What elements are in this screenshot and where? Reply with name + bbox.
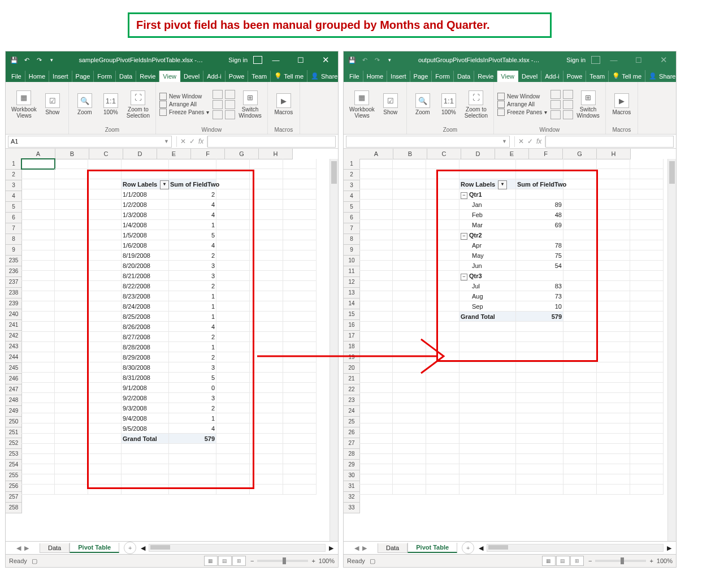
tab-data[interactable]: Data (116, 71, 136, 82)
page-break-icon[interactable]: ⊞ (570, 556, 584, 566)
arrange-all-button[interactable]: Arrange All (497, 101, 535, 108)
sheet-tab-data[interactable]: Data (40, 543, 70, 553)
zoom-percent[interactable]: 100% (319, 557, 335, 564)
new-window-button[interactable]: New Window (497, 93, 540, 100)
column-headers[interactable]: ABCDEFGH (359, 149, 631, 159)
page-layout-icon[interactable]: ▤ (556, 556, 570, 566)
cancel-fx-icon[interactable]: ✕ (180, 137, 186, 145)
filter-icon[interactable]: ▾ (160, 180, 169, 189)
macros-button[interactable]: ▶Macros (609, 92, 634, 116)
tab-developer[interactable]: Devel (180, 71, 203, 82)
split-icon[interactable] (213, 90, 223, 99)
add-sheet-button[interactable]: + (124, 542, 136, 554)
tab-formulas[interactable]: Form (432, 71, 454, 82)
tab-review[interactable]: Revie (136, 71, 159, 82)
collapse-icon[interactable]: − (461, 192, 467, 199)
side-by-side-icon[interactable] (563, 90, 573, 99)
hscroll-left-icon[interactable]: ◀ (479, 544, 483, 552)
close-button[interactable]: ✕ (652, 51, 675, 68)
workbook-views-button[interactable]: ▦Workbook Views (9, 89, 39, 120)
zoom-100-button[interactable]: 1:1100% (436, 92, 461, 116)
vertical-scrollbar[interactable] (330, 159, 338, 541)
split-icon[interactable] (550, 90, 561, 99)
fx-icon[interactable]: fx (198, 137, 203, 145)
zoom-button[interactable]: 🔍Zoom (410, 92, 435, 116)
formula-input[interactable] (207, 136, 336, 148)
row-headers[interactable]: 1234567891011121314151617181920212223242… (344, 159, 360, 513)
zoom-in-icon[interactable]: + (649, 557, 653, 564)
tab-developer[interactable]: Devel (518, 71, 541, 82)
collapse-icon[interactable]: − (461, 274, 467, 280)
tell-me[interactable]: 💡 Tell me (271, 70, 307, 82)
zoom-out-icon[interactable]: − (588, 557, 592, 564)
fx-icon[interactable]: fx (536, 137, 541, 145)
cells[interactable]: Row Labels ▾Sum of FieldTwo−Qtr1Jan89Feb… (359, 159, 664, 495)
maximize-button[interactable]: ☐ (289, 51, 312, 68)
workbook-views-button[interactable]: ▦Workbook Views (347, 89, 377, 120)
tab-power[interactable]: Powe (226, 71, 249, 82)
show-button[interactable]: ☑Show (40, 92, 65, 116)
zoom-selection-button[interactable]: ⛶Zoom to Selection (124, 89, 152, 120)
sheet-tab-data[interactable]: Data (378, 543, 407, 553)
reset-pos-icon[interactable] (225, 110, 235, 119)
tell-me[interactable]: 💡 Tell me (609, 70, 645, 82)
tab-view[interactable]: View (497, 71, 518, 82)
chevron-down-icon[interactable]: ▼ (164, 139, 169, 144)
save-icon[interactable]: 💾 (9, 55, 19, 65)
sheet-grid[interactable]: ABCDEFGH 1234567891011121314151617181920… (344, 149, 676, 541)
zoom-in-icon[interactable]: + (311, 557, 315, 564)
prev-sheet-icon[interactable]: ◀ (354, 544, 359, 552)
zoom-button[interactable]: 🔍Zoom (72, 92, 97, 116)
minimize-button[interactable]: — (602, 51, 625, 68)
zoom-slider[interactable] (595, 560, 646, 562)
horizontal-scrollbar[interactable] (487, 544, 664, 552)
next-sheet-icon[interactable]: ▶ (24, 544, 29, 552)
unhide-icon[interactable] (213, 110, 223, 119)
normal-view-icon[interactable]: ▦ (204, 556, 218, 566)
enter-fx-icon[interactable]: ✓ (527, 137, 533, 145)
ribbon-display-icon[interactable] (253, 56, 262, 64)
qat-more-icon[interactable]: ▾ (384, 55, 394, 65)
freeze-panes-button[interactable]: Freeze Panes ▾ (159, 109, 209, 116)
qat-more-icon[interactable]: ▾ (46, 55, 57, 65)
next-sheet-icon[interactable]: ▶ (362, 544, 367, 552)
tab-review[interactable]: Revie (474, 71, 497, 82)
tab-home[interactable]: Home (25, 71, 49, 82)
cancel-fx-icon[interactable]: ✕ (518, 137, 524, 145)
sync-scroll-icon[interactable] (225, 100, 235, 109)
tab-insert[interactable]: Insert (49, 71, 72, 82)
column-headers[interactable]: ABCDEFGH (21, 149, 293, 159)
name-box[interactable]: A1▼ (8, 136, 172, 148)
prev-sheet-icon[interactable]: ◀ (16, 544, 21, 552)
hscroll-right-icon[interactable]: ▶ (329, 544, 333, 552)
ribbon-display-icon[interactable] (591, 56, 600, 64)
tab-team[interactable]: Team (586, 71, 609, 82)
sign-in-link[interactable]: Sign in (563, 57, 589, 63)
arrange-all-button[interactable]: Arrange All (159, 101, 197, 108)
zoom-percent[interactable]: 100% (657, 557, 673, 564)
show-button[interactable]: ☑Show (378, 92, 403, 116)
undo-icon[interactable]: ↶ (21, 55, 32, 65)
unhide-icon[interactable] (550, 110, 561, 119)
cells[interactable]: Row Labels ▾Sum of FieldTwo1/1/200821/2/… (21, 159, 317, 495)
vertical-scrollbar[interactable] (667, 159, 676, 541)
new-window-button[interactable]: New Window (159, 93, 202, 100)
share-button[interactable]: 👤 Share (307, 70, 343, 82)
tab-file[interactable]: File (346, 71, 363, 82)
close-button[interactable]: ✕ (314, 51, 337, 68)
tab-addins[interactable]: Add-i (203, 71, 226, 82)
sheet-tab-pivot[interactable]: Pivot Table (407, 543, 457, 553)
tab-page[interactable]: Page (72, 71, 94, 82)
freeze-panes-button[interactable]: Freeze Panes ▾ (497, 109, 547, 116)
switch-windows-button[interactable]: ⊞Switch Windows (236, 89, 264, 120)
page-break-icon[interactable]: ⊞ (232, 556, 246, 566)
tab-addins[interactable]: Add-i (541, 71, 563, 82)
reset-pos-icon[interactable] (563, 110, 573, 119)
zoom-selection-button[interactable]: ⛶Zoom to Selection (462, 89, 490, 120)
macro-record-icon[interactable]: ▢ (32, 557, 37, 565)
undo-icon[interactable]: ↶ (359, 55, 370, 65)
macros-button[interactable]: ▶Macros (271, 92, 296, 116)
sheet-tab-pivot[interactable]: Pivot Table (70, 543, 119, 553)
sync-scroll-icon[interactable] (563, 100, 573, 109)
select-all-corner[interactable] (344, 149, 360, 159)
